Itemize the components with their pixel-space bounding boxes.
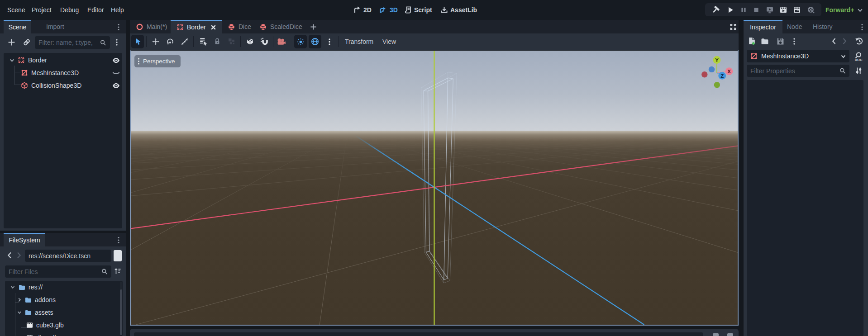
filesystem-path-box[interactable]: res://scenes/Dice.tscn — [25, 250, 111, 262]
play-scene-button[interactable] — [779, 6, 787, 14]
instance-scene-link-button[interactable] — [23, 38, 31, 46]
inspector-property-list — [747, 80, 863, 336]
movie-maker-button[interactable] — [807, 6, 815, 14]
local-space-cube-icon[interactable] — [246, 38, 254, 45]
menu-help[interactable]: Help — [111, 0, 124, 20]
save-icon[interactable] — [777, 38, 784, 45]
filesystem-menu-icon[interactable] — [117, 237, 120, 244]
scene-tab-scaleddice[interactable]: ScaledDice — [259, 20, 302, 33]
open-documentation-icon[interactable]: DOC — [854, 52, 863, 62]
menu-scene[interactable]: Scene — [7, 0, 25, 20]
tab-history[interactable]: History — [813, 23, 833, 30]
history-list-icon[interactable] — [855, 37, 863, 45]
gizmo-neg-x-ball[interactable] — [701, 71, 707, 77]
inspector-node-header[interactable]: MeshInstance3D — [747, 50, 849, 62]
gizmo-neg-z-ball[interactable] — [709, 66, 715, 72]
collapse-chevron-icon[interactable] — [17, 310, 22, 315]
scene-tab-dice[interactable]: Dice — [228, 20, 251, 33]
switch-2d-button[interactable]: 2D — [353, 0, 372, 20]
collapse-chevron-icon[interactable] — [10, 284, 15, 290]
preview-environment-button[interactable] — [309, 35, 321, 48]
tree-row-border[interactable]: Border — [4, 54, 122, 66]
viewport-3d[interactable]: Y X Z Perspective — [130, 50, 739, 326]
perspective-menu-button[interactable]: Perspective — [134, 55, 181, 67]
scene-filter-input[interactable] — [38, 39, 100, 46]
scene-tab-border[interactable]: Border — [171, 20, 222, 33]
transform-menu[interactable]: Transform — [345, 33, 373, 50]
label: cube3.glb — [36, 322, 64, 329]
filesystem-filter-box — [5, 265, 111, 278]
bottom-panel[interactable] — [130, 329, 739, 336]
new-scene-tab-icon[interactable] — [310, 24, 317, 30]
tree-row-meshinstance3d[interactable]: MeshInstance3D — [4, 66, 122, 79]
fs-row-assets[interactable]: assets — [5, 306, 123, 319]
pause-button[interactable] — [740, 6, 747, 14]
tab-import[interactable]: Import — [46, 23, 64, 30]
group-icon[interactable] — [228, 38, 235, 45]
select-tool-button[interactable] — [131, 35, 144, 48]
scene-tab-main[interactable]: Main(*) — [136, 20, 167, 33]
renderer-dropdown[interactable]: Forward+ — [825, 0, 863, 20]
rotate-tool-icon[interactable] — [167, 38, 174, 45]
preview-camera-icon[interactable] — [277, 38, 286, 46]
visibility-eye-icon[interactable] — [112, 82, 120, 89]
switch-3d-button[interactable]: 3D — [379, 0, 398, 20]
list-select-icon[interactable] — [199, 38, 207, 46]
tab-inspector[interactable]: Inspector — [744, 20, 782, 33]
snap-magnet-icon[interactable] — [260, 38, 269, 46]
viewport-extra-options-icon[interactable] — [328, 38, 331, 46]
filesystem-filter-input[interactable] — [9, 268, 101, 275]
collapse-chevron-icon[interactable] — [9, 57, 15, 63]
scene-dock-menu-icon[interactable] — [117, 24, 120, 31]
svg-text:DOC: DOC — [855, 58, 863, 62]
file-sort-icon[interactable] — [114, 268, 121, 275]
add-node-button[interactable] — [8, 38, 15, 46]
fs-row-cube3glb[interactable]: cube3.glb — [5, 319, 123, 331]
scale-tool-icon[interactable] — [181, 38, 188, 45]
load-resource-folder-icon[interactable] — [761, 38, 769, 45]
build-hammer-button[interactable] — [711, 5, 720, 14]
history-forward-icon[interactable] — [842, 38, 847, 45]
play-custom-scene-button[interactable] — [793, 6, 801, 14]
nav-back-icon[interactable] — [7, 251, 12, 259]
tab-scene[interactable]: Scene — [4, 20, 31, 33]
visibility-eye-icon[interactable] — [112, 57, 120, 64]
toggle-split-mode-button[interactable] — [114, 250, 122, 261]
close-tab-icon[interactable] — [210, 24, 216, 30]
inspector-menu-icon[interactable] — [860, 24, 864, 31]
switch-script-button[interactable]: Script — [405, 0, 432, 20]
distraction-free-icon[interactable] — [730, 24, 737, 30]
toolbar-separator — [240, 36, 241, 47]
menu-project[interactable]: Project — [32, 0, 52, 20]
tab-node[interactable]: Node — [787, 23, 802, 30]
switch-assetlib-button[interactable]: AssetLib — [441, 0, 477, 20]
gizmo-neg-y-ball[interactable] — [714, 82, 720, 88]
history-back-icon[interactable] — [831, 38, 836, 45]
tab-filesystem[interactable]: FileSystem — [4, 233, 45, 246]
menu-editor[interactable]: Editor — [87, 0, 104, 20]
visibility-hidden-icon[interactable] — [112, 70, 120, 76]
nav-forward-icon[interactable] — [16, 251, 22, 259]
play-button[interactable] — [726, 6, 734, 14]
fs-row-addons[interactable]: addons — [5, 293, 123, 306]
tree-row-collisionshape3d[interactable]: CollisionShape3D — [4, 79, 122, 92]
stop-button[interactable] — [753, 6, 760, 14]
menu-debug[interactable]: Debug — [60, 0, 79, 20]
filesystem-dock-body: res://scenes/Dice.tscn res:// addons — [0, 246, 126, 336]
view-menu[interactable]: View — [382, 33, 396, 50]
move-tool-icon[interactable] — [152, 38, 159, 45]
filesystem-scrollbar[interactable] — [120, 282, 122, 335]
expand-chevron-icon[interactable] — [17, 297, 22, 303]
preview-sunlight-button[interactable] — [294, 35, 307, 48]
label: Editor — [87, 6, 104, 14]
fs-row-diceglb[interactable]: dice.glb — [5, 331, 123, 336]
new-resource-icon[interactable] — [748, 37, 756, 46]
scene-tree-menu-icon[interactable] — [115, 38, 119, 46]
scrollbar-thumb[interactable] — [120, 289, 122, 335]
lock-icon[interactable] — [214, 38, 221, 45]
property-tools-icon[interactable] — [855, 67, 863, 75]
fs-row-root[interactable]: res:// — [5, 281, 123, 293]
inspector-filter-input[interactable] — [750, 67, 839, 75]
play-remote-debug-button[interactable] — [766, 6, 774, 14]
resource-extra-options-icon[interactable] — [792, 38, 796, 45]
